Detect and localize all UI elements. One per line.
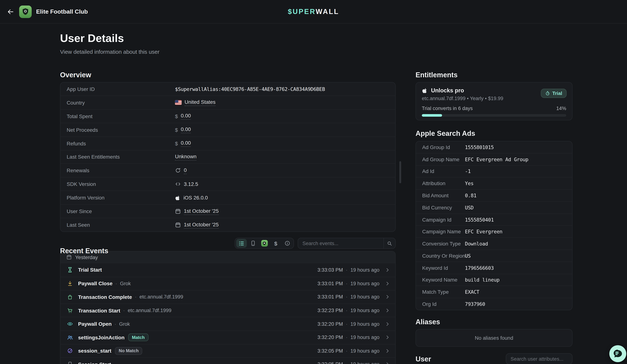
brand-accent: $UPER <box>288 7 316 15</box>
user-attributes-search-input[interactable] <box>506 356 573 362</box>
back-arrow-icon <box>7 8 14 15</box>
row-label: SDK Version <box>67 181 96 187</box>
row-value-text[interactable]: 0 <box>184 167 187 174</box>
separator-dot: · <box>115 281 117 286</box>
event-subtitle: Grok <box>120 281 131 286</box>
event-row[interactable]: Transaction Start·etc.annual.7df.19993:3… <box>60 304 395 317</box>
country-value[interactable]: United States <box>185 99 215 106</box>
table-row: Ad Group NameEFC Evergreen Ad Group <box>416 153 572 165</box>
event-time: 3:32:05 PM <box>317 348 343 354</box>
event-time: 3:32:20 PM <box>317 335 343 340</box>
filter-info-button[interactable] <box>282 239 293 248</box>
asa-value: 1555801015 <box>465 144 494 150</box>
row-label: Keyword Id <box>422 265 448 271</box>
superwall-logo: $UPERWALL <box>0 7 627 16</box>
us-flag-icon <box>175 100 182 105</box>
table-row: Country Or RegionUS <box>416 250 572 262</box>
row-value-text[interactable]: Unknown <box>175 153 197 160</box>
filter-phone-button[interactable] <box>248 239 258 248</box>
row-label: Org Id <box>422 301 437 307</box>
bag-icon <box>66 294 74 300</box>
amount-value[interactable]: 0.00 <box>181 113 191 120</box>
row-value-text[interactable]: 1st October '25 <box>184 208 219 215</box>
event-title: Paywall Close <box>78 281 112 286</box>
trial-converts-text: Trial converts in 6 days <box>422 106 473 111</box>
phone-icon <box>66 362 74 364</box>
support-chat-button[interactable] <box>609 345 626 362</box>
event-group-label: Yesterday <box>75 254 98 260</box>
topbar: Elite Football Club $UPERWALL <box>0 0 627 24</box>
table-row: User Since1st October '25 <box>60 204 395 218</box>
events-search-input[interactable] <box>298 240 383 246</box>
event-title: Session Start <box>78 362 111 364</box>
list-icon <box>238 240 245 246</box>
filter-list-button[interactable] <box>236 239 247 248</box>
row-value-text[interactable]: 1st October '25 <box>184 221 219 228</box>
event-time: 3:32:20 PM <box>317 321 343 327</box>
entitlement-name: Unlocks pro <box>431 87 464 94</box>
recent-events-heading: Recent Events <box>60 246 235 255</box>
row-value: 7937960 <box>465 301 485 307</box>
chevron-right-icon <box>385 281 390 286</box>
table-row: Last Seen1st October '25 <box>60 218 395 231</box>
phone-icon <box>250 240 256 246</box>
event-meta: 3:33:01 PM·19 hours ago <box>317 294 390 300</box>
row-label: Keyword Name <box>422 277 457 283</box>
amount-value[interactable]: 0.00 <box>181 126 191 133</box>
separator-dot: · <box>346 267 348 273</box>
calendar-icon <box>175 222 181 228</box>
chevron-right-icon <box>385 348 390 354</box>
row-label: Bid Currency <box>422 205 452 211</box>
row-value: EXACT <box>465 289 479 295</box>
separator-dot: · <box>346 308 348 313</box>
asa-value: EFC Evergreen <box>465 229 503 235</box>
event-ago: 19 hours ago <box>350 335 379 340</box>
main-column: User Details View detailed information a… <box>60 32 396 364</box>
event-row[interactable]: Paywall Open·Grok3:32:20 PM·19 hours ago <box>60 317 395 330</box>
row-label: Campaign Id <box>422 217 451 223</box>
table-row: AttributionYes <box>416 177 572 189</box>
table-row: CountryUnited States <box>60 96 395 109</box>
page-title: User Details <box>60 32 396 45</box>
event-row[interactable]: Session Start3:32:05 PM·19 hours ago <box>60 357 395 364</box>
user-heading: User <box>416 355 506 363</box>
asa-value: EXACT <box>465 289 479 295</box>
filter-dollar-button[interactable]: $ <box>270 239 281 248</box>
event-row[interactable]: Paywall Close·Grok3:33:01 PM·19 hours ag… <box>60 276 395 290</box>
table-row: Bid Amount0.81 <box>416 189 572 201</box>
back-button[interactable] <box>4 5 17 18</box>
filter-app-button[interactable] <box>259 239 270 248</box>
asa-value: 7937960 <box>465 301 485 307</box>
search-icon[interactable] <box>383 238 395 248</box>
amount-value[interactable]: 0.00 <box>181 140 191 147</box>
row-label: Attribution <box>422 180 445 186</box>
event-row[interactable]: Trial Start3:33:03 PM·19 hours ago <box>60 263 395 276</box>
event-meta: 3:32:20 PM·19 hours ago <box>317 321 390 327</box>
event-row[interactable]: settingsJoinActionMatch3:32:20 PM·19 hou… <box>60 330 395 344</box>
calendar-icon <box>66 254 72 260</box>
chevron-right-icon <box>385 308 390 313</box>
table-row: Ad Id-1 <box>416 165 572 177</box>
table-row: Platform VersioniOS 26.0.0 <box>60 191 395 204</box>
row-value: 1555801015 <box>465 144 494 150</box>
row-value: 0.81 <box>465 192 476 198</box>
row-label: Bid Amount <box>422 192 449 198</box>
event-row[interactable]: Transaction Complete·etc.annual.7df.1999… <box>60 290 395 303</box>
row-value: Download <box>465 241 488 247</box>
table-row: Bid CurrencyUSD <box>416 201 572 214</box>
asa-value: 1796566603 <box>465 265 494 271</box>
separator-dot: · <box>346 281 348 286</box>
event-row[interactable]: session_startNo Match3:32:05 PM·19 hours… <box>60 344 395 357</box>
trial-percent: 14% <box>556 106 566 111</box>
event-meta: 3:32:05 PM·19 hours ago <box>317 362 390 364</box>
code-icon <box>175 181 181 187</box>
event-time: 3:33:01 PM <box>317 294 343 300</box>
asa-value: -1 <box>465 168 470 174</box>
row-label: Platform Version <box>67 195 104 201</box>
row-label: Refunds <box>67 140 86 146</box>
event-ago: 19 hours ago <box>350 348 379 354</box>
scrollbar-thumb[interactable] <box>399 161 401 183</box>
chevron-right-icon <box>385 335 390 340</box>
row-value: US <box>465 253 470 259</box>
event-title: session_start <box>78 348 111 354</box>
